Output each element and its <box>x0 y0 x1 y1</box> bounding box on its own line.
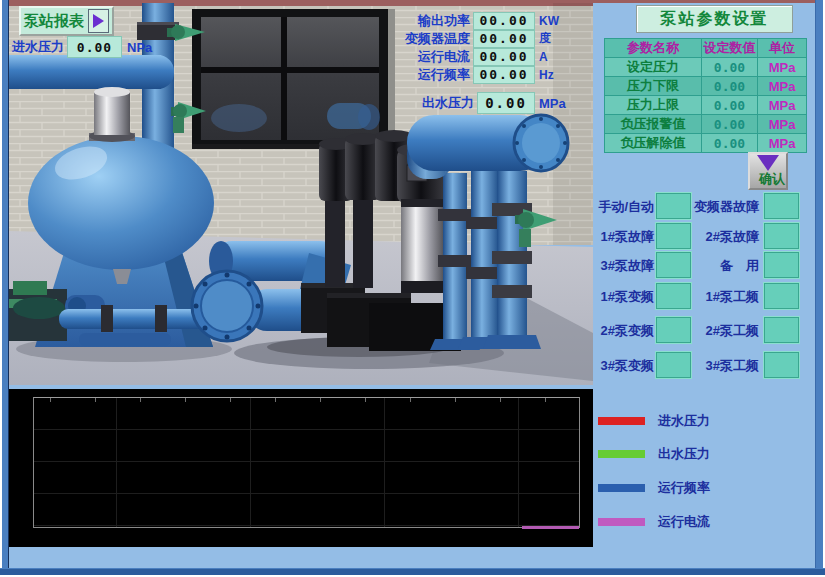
outlet-pressure-label: 出水压力 <box>422 94 474 112</box>
readout-label: 输出功率 <box>418 12 470 30</box>
status-row-1: 1#泵故障2#泵故障 <box>593 222 823 250</box>
parameter-name: 压力上限 <box>605 96 702 115</box>
parameter-name: 负压报警值 <box>605 115 702 134</box>
readout-row-1: 变频器温度00.00度 <box>360 30 572 47</box>
status-lamp-box-left <box>655 282 692 310</box>
parameter-column-header: 设定数值 <box>702 39 758 58</box>
readout-value-box: 00.00 <box>473 30 535 48</box>
legend-color-bar <box>598 417 645 425</box>
inlet-pressure-row: 进水压力 0.00 NPa <box>12 36 152 58</box>
status-lamp-box-right <box>763 316 800 344</box>
parameter-setpoint-value[interactable]: 0.00 <box>702 96 758 115</box>
parameter-setpoint-value[interactable]: 0.00 <box>702 58 758 77</box>
status-label-left: 3#泵变频 <box>601 357 654 375</box>
inlet-pressure-label: 进水压力 <box>12 38 64 56</box>
legend-color-bar <box>598 484 645 492</box>
parameter-row-4: 负压解除值0.00MPa <box>605 134 807 153</box>
confirm-button[interactable]: 确认 <box>748 152 788 190</box>
status-lamp-box-right <box>763 282 800 310</box>
legend-item-2: 运行频率 <box>598 481 710 495</box>
trend-plot-area <box>33 397 580 528</box>
status-label-right: 备 用 <box>720 257 759 275</box>
readout-unit: 度 <box>539 30 572 47</box>
readout-value-box: 00.00 <box>473 66 535 84</box>
frame-bottom-edge <box>0 568 825 577</box>
parameter-unit: MPa <box>758 96 807 115</box>
readout-value-box: 00.00 <box>473 12 535 30</box>
parameter-unit: MPa <box>758 58 807 77</box>
status-label-right: 2#泵工频 <box>706 322 759 340</box>
status-row-5: 3#泵变频3#泵工频 <box>593 351 823 379</box>
legend-item-0: 进水压力 <box>598 414 710 428</box>
status-label-left: 1#泵故障 <box>601 228 654 246</box>
status-indicator-grid: 手动/自动变频器故障1#泵故障2#泵故障3#泵故障备 用1#泵变频1#泵工频2#… <box>593 190 823 390</box>
status-row-4: 2#泵变频2#泵工频 <box>593 316 823 344</box>
status-lamp-box-right <box>763 222 800 250</box>
legend-color-bar <box>598 518 645 526</box>
frame-left-edge <box>0 0 9 577</box>
legend-label: 进水压力 <box>658 412 710 430</box>
parameter-table-header-row: 参数名称设定数值单位 <box>605 39 807 58</box>
confirm-triangle-icon <box>757 155 779 171</box>
parameter-setpoint-value[interactable]: 0.00 <box>702 77 758 96</box>
frame-right-edge <box>815 0 825 577</box>
parameter-unit: MPa <box>758 134 807 153</box>
report-button-label: 泵站报表 <box>24 12 84 31</box>
outlet-pressure-unit: MPa <box>539 96 572 111</box>
status-label-left: 1#泵变频 <box>601 288 654 306</box>
parameter-name: 设定压力 <box>605 58 702 77</box>
inlet-pressure-unit: NPa <box>127 40 152 55</box>
readout-label: 变频器温度 <box>405 30 470 48</box>
status-row-0: 手动/自动变频器故障 <box>593 192 823 220</box>
readout-unit: Hz <box>539 68 572 82</box>
parameter-column-header: 单位 <box>758 39 807 58</box>
status-label-right: 1#泵工频 <box>706 288 759 306</box>
status-lamp-box-left <box>655 316 692 344</box>
readout-unit: KW <box>539 14 572 28</box>
readout-row-0: 输出功率00.00KW <box>360 12 572 29</box>
status-label-right: 变频器故障 <box>694 198 759 216</box>
inlet-pressure-value-box: 0.00 <box>67 36 122 58</box>
pump-station-hmi-screen: 泵站报表 进水压力 0.00 NPa 输出功率00.00KW变频器温度00.00… <box>0 0 825 577</box>
plot-tick-marks <box>34 398 579 402</box>
parameter-setpoint-value[interactable]: 0.00 <box>702 115 758 134</box>
readout-row-3: 运行频率00.00Hz <box>360 66 572 83</box>
discharge-header <box>407 115 568 179</box>
outlet-pressure-row: 出水压力 0.00 MPa <box>360 92 572 114</box>
status-label-left: 2#泵变频 <box>601 322 654 340</box>
status-label-right: 3#泵工频 <box>706 357 759 375</box>
settings-panel-title: 泵站参数设置 <box>636 5 793 33</box>
status-lamp-box-left <box>655 222 692 250</box>
confirm-button-label: 确认 <box>759 170 785 188</box>
frame-top-edge <box>0 0 825 3</box>
readout-unit: A <box>539 50 572 64</box>
parameter-column-header: 参数名称 <box>605 39 702 58</box>
parameter-name: 负压解除值 <box>605 134 702 153</box>
trend-legend: 进水压力出水压力运行频率运行电流 <box>598 414 808 544</box>
readout-label: 运行频率 <box>418 66 470 84</box>
parameter-row-3: 负压报警值0.00MPa <box>605 115 807 134</box>
status-label-right: 2#泵故障 <box>706 228 759 246</box>
parameter-row-0: 设定压力0.00MPa <box>605 58 807 77</box>
readout-label: 运行电流 <box>418 48 470 66</box>
status-lamp-box-right <box>763 192 800 220</box>
parameter-unit: MPa <box>758 77 807 96</box>
outlet-pressure-value-box: 0.00 <box>477 92 535 114</box>
legend-color-bar <box>598 450 645 458</box>
status-lamp-box-left <box>655 192 692 220</box>
legend-label: 出水压力 <box>658 445 710 463</box>
readout-value-box: 00.00 <box>473 48 535 66</box>
status-lamp-box-right <box>763 351 800 379</box>
parameter-setpoint-value[interactable]: 0.00 <box>702 134 758 153</box>
status-label-left: 3#泵故障 <box>601 257 654 275</box>
status-row-3: 1#泵变频1#泵工频 <box>593 282 823 310</box>
report-play-box[interactable] <box>88 9 109 33</box>
status-lamp-box-right <box>763 251 800 279</box>
parameter-row-2: 压力上限0.00MPa <box>605 96 807 115</box>
running-current-trace <box>522 526 579 529</box>
legend-label: 运行电流 <box>658 513 710 531</box>
report-button[interactable]: 泵站报表 <box>19 6 114 36</box>
readout-row-2: 运行电流00.00A <box>360 48 572 65</box>
play-icon <box>93 14 104 28</box>
status-lamp-box-left <box>655 251 692 279</box>
